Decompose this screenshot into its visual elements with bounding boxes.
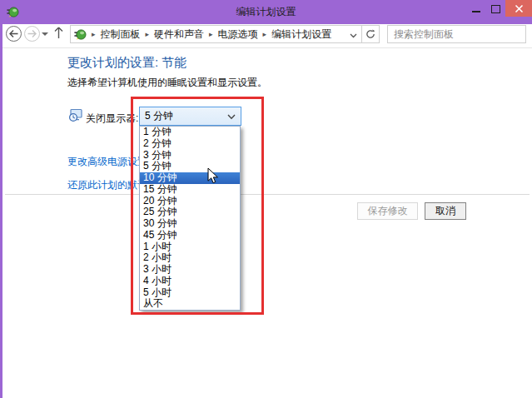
breadcrumb-separator-icon: ▸ xyxy=(263,30,267,38)
dropdown-option[interactable]: 1 分钟 xyxy=(140,127,240,138)
breadcrumb-separator-icon: ▸ xyxy=(209,30,213,38)
dropdown-option[interactable]: 5 小时 xyxy=(140,287,240,299)
dropdown-option[interactable]: 20 分钟 xyxy=(140,196,240,207)
recent-pages-dropdown-icon[interactable] xyxy=(42,32,48,36)
search-input[interactable] xyxy=(388,28,523,40)
up-button[interactable] xyxy=(53,27,64,42)
dropdown-option[interactable]: 2 小时 xyxy=(140,252,240,264)
dropdown-option[interactable]: 10 分钟 xyxy=(140,172,240,184)
page-title: 更改计划的设置: 节能 xyxy=(67,55,186,71)
window-left-border xyxy=(0,24,2,398)
chevron-down-icon xyxy=(227,114,236,120)
dropdown-option[interactable]: 45 分钟 xyxy=(140,230,240,241)
breadcrumb-item[interactable]: 编辑计划设置 xyxy=(271,27,331,42)
back-arrow-icon xyxy=(9,30,18,37)
address-dropdown-button[interactable] xyxy=(345,27,361,42)
maximize-button[interactable] xyxy=(485,0,505,17)
forward-button[interactable] xyxy=(24,26,40,42)
window-title: 编辑计划设置 xyxy=(0,5,532,19)
refresh-button[interactable] xyxy=(362,25,380,43)
breadcrumb: ▸控制面板▸硬件和声音▸电源选项▸编辑计划设置 xyxy=(87,27,331,42)
dropdown-option[interactable]: 4 小时 xyxy=(140,276,240,287)
dropdown-option[interactable]: 1 小时 xyxy=(140,241,240,253)
dropdown-option[interactable]: 3 分钟 xyxy=(140,150,240,162)
close-button[interactable] xyxy=(505,0,532,17)
refresh-icon xyxy=(365,29,375,39)
back-button[interactable] xyxy=(6,26,22,42)
breadcrumb-separator-icon: ▸ xyxy=(92,30,96,38)
forward-arrow-icon xyxy=(27,30,37,37)
breadcrumb-item[interactable]: 控制面板 xyxy=(101,27,141,42)
turn-off-display-combobox[interactable]: 5 分钟 xyxy=(139,107,241,126)
dropdown-option[interactable]: 从不 xyxy=(140,298,240,310)
turn-off-display-label: 关闭显示器: xyxy=(86,112,138,126)
dropdown-option[interactable]: 15 分钟 xyxy=(140,184,240,196)
close-icon xyxy=(515,4,524,13)
dropdown-option[interactable]: 3 小时 xyxy=(140,264,240,276)
display-clock-icon xyxy=(69,108,82,122)
address-bar[interactable]: ▸控制面板▸硬件和声音▸电源选项▸编辑计划设置 xyxy=(70,25,362,43)
titlebar: 编辑计划设置 xyxy=(0,0,532,24)
combobox-value: 5 分钟 xyxy=(145,109,173,123)
dropdown-option[interactable]: 25 分钟 xyxy=(140,206,240,218)
power-options-breadcrumb-icon xyxy=(74,28,87,41)
up-arrow-icon xyxy=(53,27,64,39)
dropdown-option[interactable]: 30 分钟 xyxy=(140,218,240,230)
cancel-button[interactable]: 取消 xyxy=(425,202,466,220)
chevron-down-icon xyxy=(350,33,357,38)
minimize-button[interactable] xyxy=(467,0,485,17)
dropdown-option[interactable]: 5 分钟 xyxy=(140,161,240,172)
minimize-icon xyxy=(472,11,480,12)
maximize-icon xyxy=(491,5,500,13)
search-box xyxy=(387,25,526,43)
dropdown-option[interactable]: 2 分钟 xyxy=(140,138,240,150)
edit-plan-settings-window: 编辑计划设置 ▸控制面板▸硬件和声音▸电源选项▸编辑计划设置 xyxy=(0,0,532,398)
dropdown-list: 1 分钟2 分钟3 分钟5 分钟10 分钟15 分钟20 分钟25 分钟30 分… xyxy=(139,126,241,311)
breadcrumb-item[interactable]: 硬件和声音 xyxy=(154,27,204,42)
breadcrumb-item[interactable]: 电源选项 xyxy=(218,27,258,42)
content-separator xyxy=(5,194,530,195)
page-description: 选择希望计算机使用的睡眠设置和显示设置。 xyxy=(67,76,267,90)
breadcrumb-separator-icon: ▸ xyxy=(146,30,150,38)
save-changes-button[interactable]: 保存修改 xyxy=(357,202,418,220)
